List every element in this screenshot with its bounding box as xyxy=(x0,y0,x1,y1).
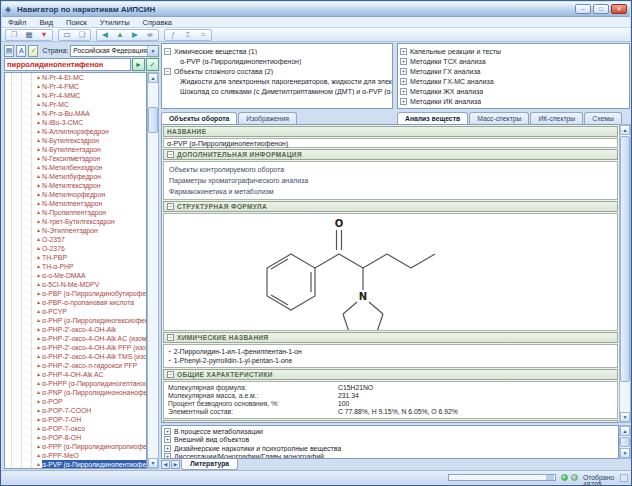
substance-list-item[interactable]: ▴ α-PHP-4-OH-Alk AC xyxy=(5,370,146,379)
tab[interactable]: Анализ веществ xyxy=(397,112,468,124)
substance-list-item[interactable]: ▴ α-POP xyxy=(5,397,146,406)
section-header-general[interactable]: − ОБЩИЕ ХАРАКТЕРИСТИКИ xyxy=(163,369,618,380)
substance-list-item[interactable]: ▴ N-Pr-4-MMC xyxy=(5,91,146,100)
substance-list-item[interactable]: ▴ N-Pr-α-Bu-MAA xyxy=(5,109,146,118)
substance-list-item[interactable]: ▴ α-PBP (α-Пирролидинобутирофенон) xyxy=(5,289,146,298)
expand-icon[interactable]: + xyxy=(400,88,407,95)
substance-list-item[interactable]: ▴ α-PCYP xyxy=(5,307,146,316)
toolbar-button-icon[interactable]: ▭ xyxy=(60,30,74,40)
collapse-icon[interactable]: − xyxy=(167,334,174,341)
substance-list-item[interactable]: ▴ N-Pr-4-FMC xyxy=(5,82,146,91)
substance-list-item[interactable]: ▴ N-Этилпентэдрон xyxy=(5,226,146,235)
tree-item[interactable]: + Методики ЖХ анализа xyxy=(400,86,629,96)
menu-item[interactable]: Утилиты xyxy=(100,18,130,27)
tree-item[interactable]: + Методики ИК анализа xyxy=(400,96,629,106)
expand-icon[interactable]: + xyxy=(400,58,407,65)
details-scrollbar[interactable]: ▲ ▼ xyxy=(619,124,631,423)
menu-item[interactable]: Справка xyxy=(143,18,172,27)
collapse-icon[interactable]: − xyxy=(164,48,171,55)
scroll-thumb[interactable] xyxy=(620,136,630,382)
substance-list-item[interactable]: ▴ α-PHP-2'-оксо-п-гидрокси PFP xyxy=(5,361,146,370)
collapse-icon[interactable]: − xyxy=(164,68,171,75)
tab-scroll-left-icon[interactable]: ◀ xyxy=(161,460,170,469)
country-combobox[interactable]: Российская Федерация ▼ xyxy=(70,45,159,57)
substance-list-item[interactable]: ▴ α-PHP-2'-оксо-4-OH-Alk PFP (изомер) xyxy=(5,343,146,352)
toolbar-button-icon[interactable]: ❏ xyxy=(75,30,89,40)
scroll-down-icon[interactable]: ▼ xyxy=(620,448,630,458)
additional-info-link[interactable]: Параметры хроматографического анализа xyxy=(164,175,617,186)
search-go-icon[interactable]: ► xyxy=(132,58,145,71)
substance-list-item[interactable]: ▴ N-Гексилметэдрон xyxy=(5,154,146,163)
title-bar[interactable]: ◈ Навигатор по наркотикам АИПСИН – □ ✕ xyxy=(2,2,630,17)
collapse-icon[interactable]: − xyxy=(167,151,174,158)
tab[interactable]: Объекты оборота xyxy=(161,112,237,124)
section-header-stereo[interactable]: − СТЕРЕОИЗОМЕРИЯ И ИЗОМЕРИЯ xyxy=(163,420,618,423)
substance-list-item[interactable]: ▴ N-tBu-3-CMC xyxy=(5,118,146,127)
substance-list-item[interactable]: ▴ α-PNP (α-Пирролидинононанофенон) xyxy=(5,388,146,397)
substance-list-item[interactable]: ▴ α-POP-7-OH xyxy=(5,415,146,424)
expand-icon[interactable]: + xyxy=(400,78,407,85)
search-apply-icon[interactable]: ✓ xyxy=(146,58,159,71)
tree-group[interactable]: − Объекты сложного состава (2) xyxy=(164,66,392,76)
tab-literature[interactable]: Литература xyxy=(181,459,238,470)
toolbar-button-icon[interactable]: ▦ xyxy=(22,30,36,40)
tree-item[interactable]: + Методики ГХ анализа xyxy=(400,66,629,76)
collapse-icon[interactable]: − xyxy=(167,371,174,378)
menu-item[interactable]: Вид xyxy=(39,18,53,27)
grid-view-button[interactable]: ▤ xyxy=(4,45,14,57)
substance-list-item[interactable]: ▴ O-2376 xyxy=(5,244,146,253)
substance-list-item[interactable]: ▴ α-POP-7-COOH xyxy=(5,406,146,415)
alphabet-button[interactable]: А xyxy=(16,45,26,57)
menu-item[interactable]: Поиск xyxy=(66,18,87,27)
collapse-icon[interactable]: − xyxy=(167,203,174,210)
toolbar-button-icon[interactable]: ƒ xyxy=(166,30,180,40)
substance-list-item[interactable]: ▴ TH-PBP xyxy=(5,253,146,262)
expand-icon[interactable]: + xyxy=(400,98,407,105)
additional-info-link[interactable]: Фармакокинетика и метаболизм xyxy=(164,186,617,197)
expand-icon[interactable]: + xyxy=(164,436,171,443)
tree-item[interactable]: α-PVP (α-Пирролидинопентиофенон) xyxy=(164,56,392,66)
scroll-thumb[interactable] xyxy=(620,437,630,447)
substance-list-item[interactable]: ▴ α-PHP (α-Пирролидиногексиофенон) xyxy=(5,316,146,325)
substance-list-item[interactable]: ▴ α-PPP-MeO xyxy=(5,451,146,460)
scroll-up-icon[interactable]: ▲ xyxy=(620,125,630,135)
substance-list-item[interactable]: ▴ α-PVP (α-Пирролидинопентиофенон) xyxy=(5,460,146,469)
expand-icon[interactable]: + xyxy=(400,68,407,75)
tree-item[interactable]: + В процессе метаболизации xyxy=(164,427,618,436)
minimize-button[interactable]: – xyxy=(575,4,591,14)
tree-item[interactable]: + Методики ГХ-МС анализа xyxy=(400,76,629,86)
toolbar-button-icon[interactable]: ❐ xyxy=(7,30,21,40)
section-header-chem-names[interactable]: − ХИМИЧЕСКИЕ НАЗВАНИЯ xyxy=(163,332,618,343)
toolbar-button-icon[interactable]: ≈ xyxy=(196,30,210,40)
tree-item[interactable]: + Дизайнерские наркотики и психотропные … xyxy=(164,444,618,453)
substance-list-item[interactable]: ▴ N-Метилгексэдрон xyxy=(5,181,146,190)
section-header-structure[interactable]: − СТРУКТУРНАЯ ФОРМУЛА xyxy=(163,201,618,212)
tree-group[interactable]: − Химические вещества (1) xyxy=(164,46,392,56)
literature-scrollbar[interactable]: ▲ ▼ xyxy=(619,425,631,459)
tab[interactable]: ИК-спектры xyxy=(530,112,583,124)
substance-list-item[interactable]: ▴ α-POP-8-OH xyxy=(5,433,146,442)
progress-track[interactable] xyxy=(448,474,556,481)
substance-list-item[interactable]: ▴ N-Бутилгексэдрон xyxy=(5,136,146,145)
substance-list-item[interactable]: ▴ N-Pr-4-Et-MC xyxy=(5,73,146,82)
additional-info-link[interactable]: Объекты контролируемого оборота xyxy=(164,164,617,175)
expand-icon[interactable]: + xyxy=(164,445,171,452)
substance-list-item[interactable]: ▴ N-Метилпентэдрон xyxy=(5,199,146,208)
toolbar-button-icon[interactable]: ◀ xyxy=(98,30,112,40)
scroll-up-icon[interactable]: ▲ xyxy=(148,73,158,83)
scroll-thumb[interactable] xyxy=(148,107,158,133)
maximize-button[interactable]: □ xyxy=(593,4,609,14)
check-filter-button[interactable]: ✓ xyxy=(28,45,38,57)
scroll-down-icon[interactable]: ▼ xyxy=(148,458,158,468)
substance-list-item[interactable]: ▴ α-o-Me-DMAA xyxy=(5,271,146,280)
section-header-additional[interactable]: − ДОПОЛНИТЕЛЬНАЯ ИНФОРМАЦИЯ xyxy=(163,149,618,160)
tab[interactable]: Схемы xyxy=(584,112,622,124)
toolbar-button-icon[interactable]: ▼ xyxy=(37,30,51,40)
substance-list-item[interactable]: ▴ α-PPP (α-Пирролидинопропиофенон) xyxy=(5,442,146,451)
substance-list-item[interactable]: ▴ TH-α-PHP xyxy=(5,262,146,271)
substance-list-item[interactable]: ▴ N-Пропилпентэдрон xyxy=(5,208,146,217)
tree-item[interactable]: Шоколад со сливками (с Диметилтриптамино… xyxy=(164,86,392,96)
substance-list-item[interactable]: ▴ α-PHPP (α-Пирролидиногептанофенон) xyxy=(5,379,146,388)
scroll-up-icon[interactable]: ▲ xyxy=(620,426,630,436)
chevron-down-icon[interactable]: ▼ xyxy=(147,46,158,56)
